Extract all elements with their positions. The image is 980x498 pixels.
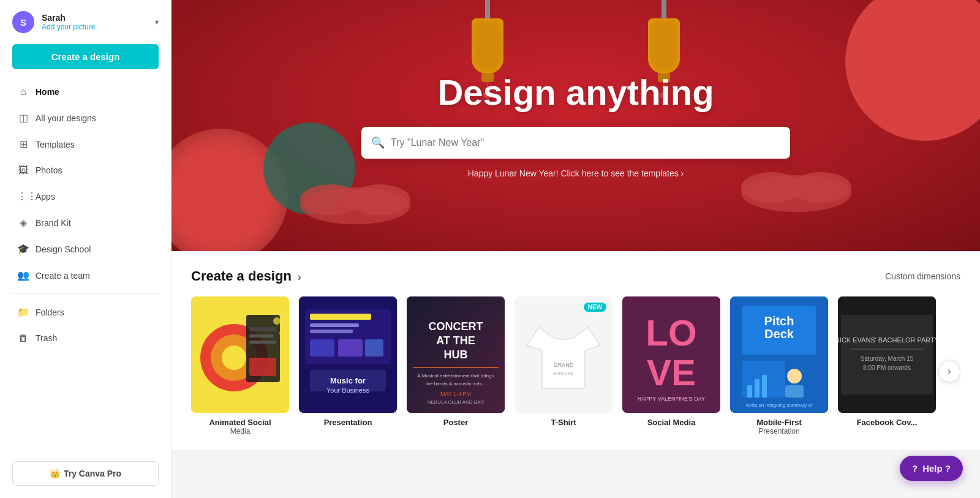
card-label-tshirt: T-Shirt bbox=[551, 418, 576, 427]
nav-brand-kit-label: Brand Kit bbox=[36, 218, 71, 228]
help-icon: ? bbox=[912, 463, 918, 473]
card-label-poster: Poster bbox=[443, 418, 468, 427]
svg-text:MAY 1-4 PM: MAY 1-4 PM bbox=[440, 391, 471, 397]
nav-apps[interactable]: ⋮⋮ Apps bbox=[5, 184, 166, 209]
card-thumb-animated-social bbox=[191, 296, 289, 413]
svg-rect-58 bbox=[850, 349, 924, 350]
sidebar-divider bbox=[12, 293, 159, 294]
card-label-mobile-first: Mobile-First bbox=[756, 418, 802, 427]
svg-text:CONCERT: CONCERT bbox=[429, 320, 483, 333]
crown-icon: 👑 bbox=[50, 469, 60, 478]
card-presentation[interactable]: Music for Your Business Presentation bbox=[299, 296, 397, 436]
svg-point-49 bbox=[787, 369, 802, 383]
nav-home[interactable]: ⌂ Home bbox=[5, 80, 166, 104]
card-thumb-social-media: LO VE HAPPY VALENTINE'S DAY bbox=[622, 296, 720, 413]
svg-rect-19 bbox=[310, 314, 371, 320]
section-title[interactable]: Create a design › bbox=[191, 268, 301, 284]
search-input[interactable] bbox=[391, 137, 780, 148]
all-designs-icon: ◫ bbox=[17, 112, 29, 124]
svg-text:AT THE: AT THE bbox=[436, 334, 475, 347]
nav-templates-label: Templates bbox=[36, 140, 75, 149]
svg-rect-23 bbox=[338, 339, 363, 357]
design-cards-row: Animated Social Media bbox=[191, 296, 960, 450]
nav-create-team-label: Create a team bbox=[36, 271, 90, 281]
nav-apps-label: Apps bbox=[36, 192, 55, 202]
sidebar: S Sarah Add your picture ▾ Create a desi… bbox=[0, 0, 172, 498]
nav-create-team[interactable]: 👥 Create a team bbox=[5, 263, 166, 288]
avatar: S bbox=[12, 11, 34, 33]
hero-content: Design anything 🔍 Happy Lunar New Year! … bbox=[361, 73, 790, 178]
svg-text:Your Business: Your Business bbox=[326, 387, 369, 394]
home-icon: ⌂ bbox=[17, 86, 29, 97]
svg-text:NICK EVANS' BACHELOR PARTY: NICK EVANS' BACHELOR PARTY bbox=[838, 336, 936, 344]
svg-text:EXPLORE: EXPLORE bbox=[553, 371, 573, 375]
nav-folders-label: Folders bbox=[36, 307, 64, 317]
section-header: Create a design › Custom dimensions bbox=[191, 268, 960, 284]
svg-text:Pitch: Pitch bbox=[764, 314, 794, 328]
nav-brand-kit[interactable]: ◈ Brand Kit bbox=[5, 210, 166, 235]
sidebar-bottom: 👑 Try Canva Pro bbox=[0, 454, 171, 498]
card-thumb-presentation: Music for Your Business bbox=[299, 296, 397, 413]
svg-text:HUB: HUB bbox=[444, 349, 468, 361]
nav-photos[interactable]: 🖼 Photos bbox=[5, 158, 166, 183]
cloud-left bbox=[294, 175, 417, 227]
scroll-right-arrow[interactable]: › bbox=[938, 360, 960, 382]
card-tshirt[interactable]: NEW GRAND EXPLORE T-Shirt bbox=[514, 296, 612, 436]
svg-text:HAPPY VALENTINE'S DAY: HAPPY VALENTINE'S DAY bbox=[638, 396, 705, 402]
card-label-social-media: Social Media bbox=[647, 418, 696, 427]
templates-icon: ⊞ bbox=[17, 138, 29, 150]
svg-text:NEBULA CLUB AND BAR: NEBULA CLUB AND BAR bbox=[428, 399, 484, 405]
add-picture-link[interactable]: Add your picture bbox=[42, 23, 148, 31]
user-profile[interactable]: S Sarah Add your picture ▾ bbox=[0, 0, 171, 39]
search-icon: 🔍 bbox=[371, 136, 385, 149]
svg-point-9 bbox=[222, 345, 246, 370]
card-facebook-cover[interactable]: NICK EVANS' BACHELOR PARTY Saturday, Mar… bbox=[838, 296, 936, 436]
try-pro-label: Try Canva Pro bbox=[64, 469, 121, 478]
svg-point-11 bbox=[273, 317, 281, 325]
svg-point-5 bbox=[790, 172, 851, 203]
svg-text:A Musical entertainment that b: A Musical entertainment that brings bbox=[418, 373, 494, 379]
svg-point-12 bbox=[279, 331, 284, 336]
user-info: Sarah Add your picture bbox=[42, 13, 148, 31]
svg-rect-50 bbox=[785, 385, 804, 398]
svg-rect-24 bbox=[365, 339, 383, 357]
nav-all-designs[interactable]: ◫ All your designs bbox=[5, 105, 166, 130]
card-mobile-first[interactable]: Pitch Deck Write an intriguing summary o… bbox=[730, 296, 828, 436]
lunar-new-year-banner[interactable]: Happy Lunar New Year! Click here to see … bbox=[361, 168, 790, 178]
hero-title: Design anything bbox=[361, 73, 790, 112]
nav-design-school[interactable]: 🎓 Design School bbox=[5, 236, 166, 262]
svg-text:Saturday, March 15: Saturday, March 15 bbox=[861, 355, 914, 362]
card-sublabel-animated-social: Media bbox=[230, 427, 251, 436]
card-label-presentation: Presentation bbox=[324, 418, 372, 427]
nav-trash[interactable]: 🗑 Trash bbox=[5, 326, 166, 350]
try-canva-pro-button[interactable]: 👑 Try Canva Pro bbox=[12, 461, 159, 486]
trash-icon: 🗑 bbox=[17, 333, 29, 344]
design-school-icon: 🎓 bbox=[17, 243, 29, 255]
custom-dimensions-link[interactable]: Custom dimensions bbox=[885, 271, 960, 281]
card-thumb-mobile-first: Pitch Deck Write an intriguing summary o… bbox=[730, 296, 828, 413]
folders-icon: 📁 bbox=[17, 306, 29, 318]
svg-rect-16 bbox=[249, 358, 276, 376]
create-design-button[interactable]: Create a design bbox=[12, 44, 159, 69]
help-button[interactable]: ? Help ? bbox=[900, 456, 963, 481]
chevron-down-icon: ▾ bbox=[155, 18, 159, 26]
nav-templates[interactable]: ⊞ Templates bbox=[5, 132, 166, 157]
card-social-media[interactable]: LO VE HAPPY VALENTINE'S DAY Social Media bbox=[622, 296, 720, 436]
help-label: Help ? bbox=[922, 463, 951, 473]
svg-rect-20 bbox=[310, 323, 359, 327]
card-animated-social[interactable]: Animated Social Media bbox=[191, 296, 289, 436]
nav-photos-label: Photos bbox=[36, 165, 62, 175]
create-team-icon: 👥 bbox=[17, 270, 29, 281]
svg-text:GRAND: GRAND bbox=[554, 362, 574, 368]
svg-text:Deck: Deck bbox=[764, 327, 794, 341]
nav-folders[interactable]: 📁 Folders bbox=[5, 300, 166, 325]
svg-text:Music for: Music for bbox=[330, 376, 366, 385]
card-label-animated-social: Animated Social bbox=[209, 418, 271, 427]
nav-trash-label: Trash bbox=[36, 333, 57, 343]
svg-rect-14 bbox=[249, 334, 274, 338]
svg-rect-52 bbox=[755, 379, 760, 398]
user-name: Sarah bbox=[42, 13, 148, 23]
nav-home-label: Home bbox=[36, 87, 59, 97]
svg-rect-33 bbox=[413, 367, 499, 368]
card-poster[interactable]: CONCERT AT THE HUB A Musical entertainme… bbox=[407, 296, 505, 436]
